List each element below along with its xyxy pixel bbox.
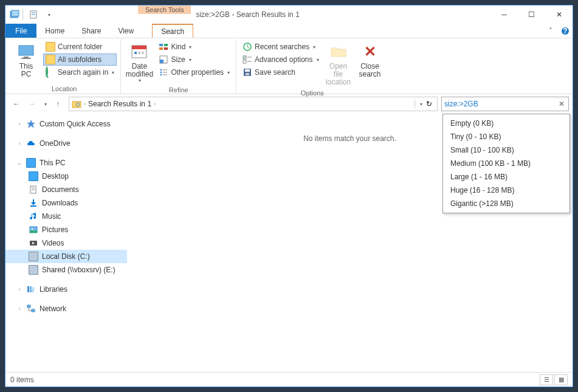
svg-rect-9 — [21, 58, 31, 59]
tree-libraries[interactable]: ›Libraries — [5, 283, 127, 296]
address-dropdown-icon[interactable]: ▾ — [420, 101, 422, 107]
size-option-gigantic[interactable]: Gigantic (>128 MB) — [443, 197, 569, 210]
size-option-large[interactable]: Large (1 - 16 MB) — [443, 170, 569, 184]
item-count: 0 items — [10, 376, 34, 384]
date-modified-button[interactable]: Date modified▾ — [125, 41, 154, 85]
search-input[interactable] — [444, 100, 557, 108]
search-folder-icon — [72, 99, 81, 109]
explorer-window: ▾ Search Tools size:>2GB - Search Result… — [5, 5, 573, 387]
history-dropdown-icon[interactable]: ▾ — [41, 97, 49, 111]
advanced-options-button[interactable]: Advanced options▾ — [240, 53, 321, 66]
home-tab[interactable]: Home — [36, 24, 73, 38]
properties-list-icon — [159, 67, 168, 77]
window-title: size:>2GB - Search Results in 1 — [191, 5, 490, 24]
videos-icon — [29, 238, 38, 248]
other-properties-button[interactable]: Other properties▾ — [156, 66, 232, 78]
view-tab[interactable]: View — [109, 24, 142, 38]
qat-dropdown-icon[interactable]: ▾ — [42, 8, 55, 21]
size-button[interactable]: Size▾ — [156, 53, 232, 66]
svg-rect-1 — [12, 10, 19, 16]
recent-searches-button[interactable]: Recent searches▾ — [240, 41, 321, 53]
expander-icon[interactable]: › — [16, 306, 22, 312]
up-button[interactable]: ↑ — [50, 97, 65, 111]
navigation-pane[interactable]: ›Custom Quick Access ›OneDrive ⌄This PC … — [5, 114, 127, 372]
tree-onedrive[interactable]: ›OneDrive — [5, 137, 127, 150]
svg-rect-48 — [32, 309, 35, 312]
current-folder-button[interactable]: Current folder — [43, 41, 117, 53]
svg-rect-12 — [134, 52, 137, 54]
expander-icon[interactable]: › — [16, 140, 22, 146]
tree-music[interactable]: Music — [5, 210, 127, 223]
tree-desktop[interactable]: Desktop — [5, 170, 127, 183]
svg-rect-11 — [132, 46, 146, 49]
tree-pictures[interactable]: Pictures — [5, 223, 127, 236]
tree-network[interactable]: ›Network — [5, 302, 127, 315]
search-again-button[interactable]: Search again in▾ — [43, 66, 117, 78]
pictures-icon — [29, 225, 38, 235]
content-area: ›Custom Quick Access ›OneDrive ⌄This PC … — [5, 114, 573, 372]
close-button[interactable]: ✕ — [545, 5, 573, 24]
tree-quick-access[interactable]: ›Custom Quick Access — [5, 117, 127, 131]
search-box[interactable]: ✕ — [441, 97, 569, 111]
size-option-medium[interactable]: Medium (100 KB - 1 MB) — [443, 157, 569, 170]
thumbnails-view-button[interactable]: ▦ — [554, 374, 568, 385]
tree-this-pc[interactable]: ⌄This PC — [5, 156, 127, 170]
tree-shared-drive[interactable]: Shared (\\vboxsrv) (E:) — [5, 263, 127, 277]
breadcrumb-chevron-icon[interactable]: › — [154, 101, 156, 107]
refresh-button[interactable]: ↻ — [424, 100, 435, 108]
tree-videos[interactable]: Videos — [5, 236, 127, 250]
size-option-huge[interactable]: Huge (16 - 128 MB) — [443, 184, 569, 197]
ribbon-body: This PC Current folder All subfolders Se… — [5, 38, 573, 94]
this-pc-button[interactable]: This PC — [12, 41, 41, 80]
details-view-button[interactable]: ☰ — [540, 374, 553, 385]
minimize-button[interactable]: ─ — [490, 5, 518, 24]
svg-rect-30 — [243, 60, 246, 63]
star-icon — [26, 119, 36, 129]
share-tab[interactable]: Share — [73, 24, 109, 38]
svg-rect-13 — [138, 52, 140, 54]
folder-icon — [46, 42, 55, 52]
svg-rect-46 — [32, 287, 35, 292]
tree-downloads[interactable]: Downloads — [5, 196, 127, 210]
kind-button[interactable]: Kind▾ — [156, 41, 232, 53]
drive-icon — [29, 252, 38, 261]
address-bar[interactable]: › Search Results in 1 › ▾ ↻ — [69, 97, 438, 111]
save-search-button[interactable]: Save search — [240, 66, 321, 78]
search-tab[interactable]: Search — [152, 24, 193, 38]
svg-text:?: ? — [563, 27, 567, 35]
open-file-location-button: Open file location — [324, 41, 353, 88]
breadcrumb-chevron-icon[interactable]: › — [84, 101, 86, 107]
svg-rect-33 — [245, 69, 250, 72]
properties-icon[interactable] — [27, 8, 41, 21]
back-button[interactable]: ← — [9, 97, 24, 111]
expander-icon[interactable]: › — [16, 121, 22, 127]
monitor-icon — [16, 42, 36, 61]
clear-search-icon[interactable]: ✕ — [557, 100, 566, 108]
all-subfolders-button[interactable]: All subfolders — [43, 53, 117, 66]
tree-local-disk[interactable]: Local Disk (C:) — [5, 250, 127, 263]
svg-rect-15 — [159, 44, 163, 46]
desktop-icon — [29, 171, 38, 181]
no-items-message: No items match your search. — [303, 134, 396, 143]
collapse-ribbon-icon[interactable]: ˄ — [543, 24, 558, 38]
expander-icon[interactable]: › — [16, 286, 22, 292]
maximize-button[interactable]: ☐ — [518, 5, 545, 24]
app-icon[interactable] — [8, 8, 21, 21]
recent-icon — [243, 42, 252, 52]
file-tab[interactable]: File — [5, 24, 36, 38]
status-bar: 0 items ☰ ▦ — [5, 372, 573, 387]
help-icon[interactable]: ? — [558, 24, 573, 38]
music-icon — [29, 211, 38, 221]
svg-rect-8 — [24, 57, 29, 58]
tree-documents[interactable]: Documents — [5, 183, 127, 196]
close-search-button[interactable]: ✕ Close search — [356, 41, 385, 80]
search-tools-label: Search Tools — [138, 5, 191, 14]
size-option-tiny[interactable]: Tiny (0 - 10 KB) — [443, 130, 569, 143]
network-icon — [26, 304, 36, 314]
expander-icon[interactable]: ⌄ — [16, 160, 22, 166]
size-option-small[interactable]: Small (10 - 100 KB) — [443, 143, 569, 157]
size-option-empty[interactable]: Empty (0 KB) — [443, 117, 569, 130]
size-filter-dropdown: Empty (0 KB) Tiny (0 - 10 KB) Small (10 … — [442, 114, 570, 213]
breadcrumb-segment[interactable]: Search Results in 1 — [88, 100, 151, 108]
svg-rect-16 — [159, 47, 163, 50]
